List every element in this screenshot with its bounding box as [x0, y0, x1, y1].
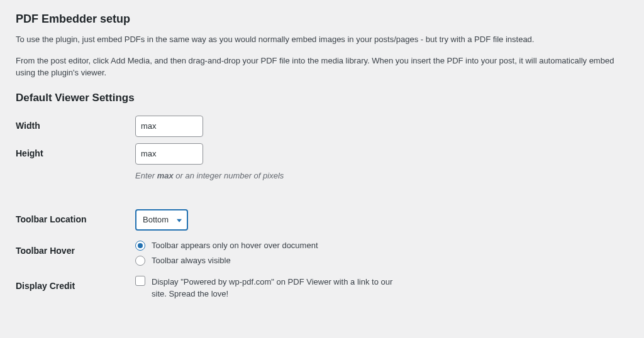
- height-hint: Enter max or an integer number of pixels: [135, 171, 628, 180]
- height-input[interactable]: [135, 143, 203, 165]
- toolbar-hover-radio-always[interactable]: [135, 256, 145, 266]
- toolbar-hover-label: Toolbar Hover: [16, 241, 135, 256]
- toolbar-hover-radio-label-1: Toolbar appears only on hover over docum…: [152, 241, 318, 250]
- display-credit-text: Display "Powered by wp-pdf.com" on PDF V…: [152, 276, 409, 300]
- toolbar-hover-radio-label-2: Toolbar always visible: [152, 256, 231, 265]
- toolbar-hover-option-always[interactable]: Toolbar always visible: [135, 256, 628, 266]
- toolbar-location-label: Toolbar Location: [16, 209, 135, 224]
- width-label: Width: [16, 116, 135, 131]
- toolbar-hover-radio-onhover[interactable]: [135, 241, 145, 251]
- display-credit-checkbox[interactable]: [135, 276, 145, 286]
- toolbar-hover-option-onhover[interactable]: Toolbar appears only on hover over docum…: [135, 241, 628, 251]
- toolbar-location-select[interactable]: Bottom: [135, 209, 188, 231]
- page-title: PDF Embedder setup: [16, 13, 628, 26]
- section-title: Default Viewer Settings: [16, 92, 628, 104]
- intro-text-1: To use the plugin, just embed PDFs in th…: [16, 33, 619, 46]
- height-label: Height: [16, 143, 135, 158]
- intro-text-2: From the post editor, click Add Media, a…: [16, 55, 619, 79]
- display-credit-label: Display Credit: [16, 276, 135, 291]
- width-input[interactable]: [135, 116, 203, 137]
